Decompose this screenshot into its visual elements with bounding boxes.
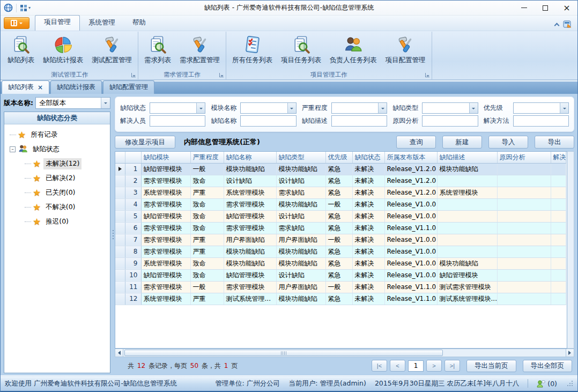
collapse-ribbon-icon[interactable] xyxy=(554,23,560,28)
table-cell: Release_V1.2.0 xyxy=(384,175,437,187)
hscroll-track[interactable] xyxy=(123,349,566,357)
dialog-launcher-icon[interactable] xyxy=(219,73,224,77)
close-button[interactable]: × xyxy=(556,1,577,15)
column-header-7[interactable]: 缺陷描述 xyxy=(437,152,497,163)
table-row[interactable]: 2需求管理模块致命设计缺陷设计缺陷紧急未解决Release_V1.2.0 xyxy=(115,175,566,187)
table-cell: 用户界面缺陷 xyxy=(276,281,325,293)
module-name-select[interactable] xyxy=(240,102,296,114)
tab-close-icon[interactable]: × xyxy=(38,85,43,90)
page-number-input[interactable] xyxy=(408,360,424,372)
ribbon-button-all-tasks-list[interactable]: 所有任务列表 xyxy=(228,32,277,70)
tree-item-resolved[interactable]: ★已解决(2) xyxy=(5,171,109,186)
prev-page-button[interactable]: < xyxy=(390,360,405,372)
scroll-left-button[interactable] xyxy=(115,349,123,357)
dialog-launcher-icon[interactable] xyxy=(425,73,429,77)
table-cell: 需求管理模块 xyxy=(141,175,190,187)
column-header-6[interactable]: 所属发布版本 xyxy=(384,152,437,163)
ribbon-button-project-config-mgmt[interactable]: 项目配置管理 xyxy=(381,32,430,70)
tree-expander-icon[interactable]: – xyxy=(10,146,16,152)
column-header-9[interactable]: 解决方法 xyxy=(551,152,566,163)
export-current-page-button[interactable]: 导出当前页 xyxy=(466,360,516,372)
ribbon-tab-system-management[interactable]: 系统管理 xyxy=(80,16,124,31)
quick-access-icon[interactable]: ▾ xyxy=(20,4,31,12)
export-button[interactable]: 导出 xyxy=(535,136,574,149)
hscroll-thumb[interactable] xyxy=(124,350,443,356)
tree-item-unresolved[interactable]: ★未解决(12) xyxy=(5,157,109,171)
column-header-4[interactable]: 优先级 xyxy=(325,152,352,163)
ribbon-button-defect-stats-report[interactable]: 缺陷统计报表 xyxy=(39,32,87,70)
table-row[interactable]: 5缺陷管理模块致命缺陷管理模块设计缺陷紧急未解决Release_V1.0.0 xyxy=(115,210,566,222)
tree-item-defect-status[interactable]: –缺陷状态 xyxy=(5,142,109,157)
column-header-1[interactable]: 严重程度 xyxy=(190,152,224,163)
ribbon-tab-project-management[interactable]: 项目管理 xyxy=(35,15,80,31)
query-button[interactable]: 查询 xyxy=(396,136,436,149)
pie-chart-icon xyxy=(54,35,73,54)
ribbon-tab-help[interactable]: 帮助 xyxy=(124,16,154,31)
resolver-input[interactable] xyxy=(150,115,205,127)
ribbon-button-project-tasks-list[interactable]: 项目任务列表 xyxy=(277,32,325,70)
tree-item-all-records[interactable]: ★所有记录 xyxy=(5,128,109,142)
about-icon[interactable] xyxy=(563,20,572,28)
cause-analysis-input[interactable] xyxy=(422,115,478,127)
tree-item-wontfix[interactable]: ★不解决(0) xyxy=(5,200,109,215)
table-row[interactable]: 11需求管理模块一般需求管理模块用户界面缺陷一般未解决Release_V1.1.… xyxy=(115,281,566,293)
table-row[interactable]: 3系统管理模块严重系统管理模块需求缺陷紧急未解决Release_V1.2.0系统… xyxy=(115,187,566,198)
table-row[interactable]: 12系统管理模块严重测试系统管理...模块功能缺陷紧急未解决Release_V1… xyxy=(115,293,566,305)
table-row[interactable]: 1缺陷管理模块一般模块功能缺陷模块功能缺陷紧急未解决Release_V1.2.0… xyxy=(115,163,566,175)
ribbon-button-test-config-mgmt[interactable]: 测试配置管理 xyxy=(87,32,136,70)
ribbon-button-requirement-list[interactable]: 需求列表 xyxy=(140,32,175,70)
table-row[interactable]: 6需求管理模块致命需求管理模块需求缺陷紧急未解决Release_V1.1.0 xyxy=(115,222,566,234)
filter-select-button[interactable] xyxy=(378,103,387,113)
next-page-button[interactable]: > xyxy=(426,360,442,372)
table-row[interactable]: 7需求管理模块严重用户界面缺陷用户界面缺陷一般未解决Release_V1.0.0 xyxy=(115,234,566,246)
defect-status-select[interactable] xyxy=(150,102,205,114)
horizontal-scrollbar[interactable] xyxy=(115,349,574,357)
column-header-8[interactable]: 原因分析 xyxy=(497,152,551,163)
filter-select-button[interactable] xyxy=(287,103,296,113)
tree-item-label: 不解决(0) xyxy=(43,202,77,213)
resize-grip[interactable] xyxy=(567,380,573,387)
tree-item-closed[interactable]: ★已关闭(0) xyxy=(5,186,109,200)
maximize-button[interactable] xyxy=(535,1,556,15)
row-number-cell: 10 xyxy=(125,269,141,281)
table-row[interactable]: 10缺陷管理模块致命缺陷管理模块设计缺陷紧急未解决Release_V1.0.0缺… xyxy=(115,269,566,281)
column-header-0[interactable]: 缺陷模块 xyxy=(141,152,190,163)
filter-select-button[interactable] xyxy=(469,103,478,113)
column-header-3[interactable]: 缺陷类型 xyxy=(276,152,325,163)
filter-select-button[interactable] xyxy=(560,103,568,113)
vertical-scrollbar[interactable] xyxy=(567,151,574,349)
column-header-2[interactable]: 缺陷名称 xyxy=(224,152,276,163)
solution-input[interactable] xyxy=(513,115,569,127)
message-indicator[interactable]: (0) xyxy=(537,380,557,388)
first-page-button[interactable]: |< xyxy=(372,360,387,372)
last-page-button[interactable]: >| xyxy=(444,360,460,372)
new-button[interactable]: 新建 xyxy=(442,136,482,149)
ribbon-button-defect-list[interactable]: 缺陷列表 xyxy=(3,32,39,70)
filter-select-button[interactable] xyxy=(196,103,205,113)
doc-tab-defect-stats-report[interactable]: 缺陷统计报表 xyxy=(50,80,102,94)
ribbon-button-requirement-config-mgmt[interactable]: 需求配置管理 xyxy=(175,32,224,70)
defect-desc-input[interactable] xyxy=(331,115,387,127)
column-header-5[interactable]: 缺陷状态 xyxy=(352,152,384,163)
doc-tab-defect-config-mgmt[interactable]: 缺陷配置管理 xyxy=(103,80,154,94)
version-select[interactable]: 全部版本 xyxy=(35,97,110,109)
defect-type-select[interactable] xyxy=(422,102,478,114)
version-select-button[interactable] xyxy=(101,98,110,108)
table-row[interactable]: 4需求管理模块致命需求管理模块模块功能缺陷一般未解决Release_V1.0.0 xyxy=(115,198,566,210)
minimize-button[interactable] xyxy=(513,1,535,15)
defect-name-input[interactable] xyxy=(240,115,296,127)
tree-item-postponed[interactable]: ★推迟(0) xyxy=(5,215,109,229)
doc-tab-defect-list[interactable]: 缺陷列表× xyxy=(2,80,49,94)
modify-display-items-button[interactable]: 修改显示项目 xyxy=(115,136,175,149)
table-row[interactable]: 8需求管理模块严重模块功能缺陷模块功能缺陷紧急未解决Release_V1.0.0 xyxy=(115,246,566,257)
priority-select[interactable] xyxy=(513,102,569,114)
scroll-right-button[interactable] xyxy=(566,349,574,357)
dialog-launcher-icon[interactable] xyxy=(131,73,136,77)
import-button[interactable]: 导入 xyxy=(488,136,528,149)
application-menu-button[interactable] xyxy=(4,17,29,29)
defect-status-cell: 未解决 xyxy=(352,293,384,305)
severity-select[interactable] xyxy=(331,102,387,114)
export-all-pages-button[interactable]: 导出全部页 xyxy=(523,360,573,372)
table-row[interactable]: 9系统管理模块致命模块功能缺陷模块功能缺陷紧急未解决Release_V1.0.0… xyxy=(115,257,566,269)
ribbon-button-owner-tasks-list[interactable]: 负责人任务列表 xyxy=(325,32,381,70)
